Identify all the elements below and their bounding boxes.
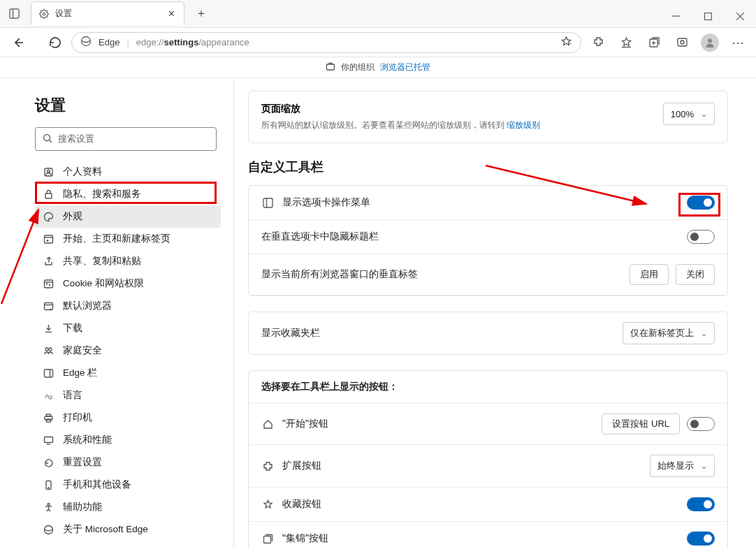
sidebar-item-14[interactable]: 手机和其他设备: [35, 474, 221, 496]
toggle-hide-titlebar[interactable]: [687, 230, 715, 244]
row-favorites-button: 收藏按钮: [282, 498, 321, 511]
address-bar[interactable]: Edge | edge://settings/appearance +: [71, 32, 581, 53]
extensions-dropdown[interactable]: 始终显示⌄: [650, 455, 715, 477]
svg-rect-17: [327, 64, 335, 70]
user-icon: [42, 167, 54, 177]
sidebar-item-7[interactable]: 下载: [35, 317, 221, 339]
svg-rect-31: [44, 302, 52, 309]
close-window-button[interactable]: [724, 5, 756, 27]
sidebar-item-10[interactable]: A字语言: [35, 384, 221, 407]
favorites-bar-dropdown[interactable]: 仅在新标签页上⌄: [623, 322, 715, 344]
svg-rect-49: [263, 198, 272, 207]
download-icon: [42, 323, 54, 334]
sidebar-item-8[interactable]: 家庭安全: [35, 339, 221, 362]
toggle-favorites-button[interactable]: [687, 497, 715, 511]
managed-notice: 你的组织浏览器已托管: [0, 57, 756, 78]
new-tab-button[interactable]: ＋: [191, 3, 211, 23]
phone-icon: [42, 480, 54, 490]
sidebar-item-9[interactable]: Edge 栏: [35, 362, 221, 384]
zoom-link[interactable]: 缩放级别: [507, 120, 540, 130]
browser-tab[interactable]: 设置 ✕: [31, 1, 184, 25]
set-url-button[interactable]: 设置按钮 URL: [602, 413, 680, 434]
toggle-tab-actions[interactable]: [687, 196, 715, 210]
tab-actions-icon[interactable]: [4, 3, 24, 23]
titlebar: 设置 ✕ ＋: [0, 0, 756, 28]
collections-icon[interactable]: [643, 31, 665, 54]
extensions-icon[interactable]: [587, 31, 609, 54]
chevron-down-icon: ⌄: [701, 329, 707, 338]
access-icon: [42, 502, 54, 513]
addr-app: Edge: [99, 37, 119, 47]
settings-main: 页面缩放 所有网站的默认缩放级别。若要查看某些网站的缩放级别，请转到 缩放级别 …: [234, 78, 756, 549]
zoom-dropdown[interactable]: 100%⌄: [663, 103, 715, 125]
sidebar-item-4[interactable]: 共享、复制和粘贴: [35, 250, 221, 272]
refresh-button[interactable]: [43, 31, 66, 54]
svg-rect-23: [44, 235, 52, 243]
svg-point-15: [681, 41, 684, 44]
sidebar-item-label: Cookie 和网站权限: [63, 277, 144, 290]
row-extensions-button: 扩展按钮: [282, 460, 321, 472]
sidebar-item-0[interactable]: 个人资料: [35, 161, 221, 183]
edge-icon: [42, 525, 54, 535]
back-button[interactable]: [7, 31, 29, 54]
more-menu-button[interactable]: ⋯: [727, 31, 749, 54]
svg-point-29: [49, 284, 50, 285]
sidebar-item-label: 家庭安全: [63, 344, 102, 357]
minimize-button[interactable]: [660, 5, 692, 27]
svg-text:+: +: [569, 41, 572, 46]
row-collections-button: "集锦"按钮: [282, 532, 328, 545]
svg-rect-0: [9, 8, 18, 17]
lang-icon: A字: [42, 390, 54, 401]
sidebar-item-11[interactable]: 打印机: [35, 407, 221, 429]
cookie-icon: [42, 279, 54, 289]
browser-essentials-icon[interactable]: [671, 31, 693, 54]
family-icon: [42, 346, 54, 356]
sidebar-item-16[interactable]: 关于 Microsoft Edge: [35, 518, 221, 541]
chevron-down-icon: ⌄: [701, 462, 707, 471]
maximize-button[interactable]: [692, 5, 724, 27]
favorites-icon[interactable]: [615, 31, 637, 54]
sidebar-item-1[interactable]: 隐私、搜索和服务: [35, 183, 221, 205]
sidebar-item-3[interactable]: 开始、主页和新建标签页: [35, 228, 221, 250]
sidebar-item-label: 隐私、搜索和服务: [63, 188, 141, 200]
tab-title: 设置: [55, 8, 72, 20]
svg-rect-43: [44, 437, 52, 442]
row-tab-actions-menu: 显示选项卡操作菜单: [282, 196, 370, 209]
svg-text:字: 字: [48, 395, 53, 400]
enable-button[interactable]: 启用: [630, 264, 669, 285]
row-show-favorites-bar: 显示收藏夹栏: [261, 327, 320, 339]
reset-icon: [42, 458, 54, 468]
row-toolbar-buttons-header: 选择要在工具栏上显示的按钮：: [249, 371, 727, 404]
sidebar-item-2[interactable]: 外观: [35, 205, 221, 228]
toolbar: Edge | edge://settings/appearance + ⋯: [0, 28, 756, 57]
settings-title: 设置: [35, 95, 221, 116]
close-icon[interactable]: ✕: [166, 8, 177, 20]
collections-small-icon: [261, 532, 274, 545]
svg-rect-22: [45, 193, 52, 198]
search-input[interactable]: 搜索设置: [35, 127, 217, 151]
sidebar-item-label: 打印机: [63, 411, 92, 424]
svg-line-19: [50, 140, 52, 142]
sidebar-item-6[interactable]: 默认浏览器: [35, 295, 221, 317]
briefcase-icon: [326, 61, 335, 73]
close-button[interactable]: 关闭: [676, 264, 715, 285]
tab-menu-icon: [261, 196, 274, 209]
sidebar-item-15[interactable]: 辅助功能: [35, 496, 221, 518]
toggle-home-button[interactable]: [687, 417, 715, 431]
sidebar-item-label: 外观: [63, 210, 82, 223]
zoom-title: 页面缩放: [261, 103, 663, 115]
zoom-desc: 所有网站的默认缩放级别。若要查看某些网站的缩放级别，请转到 缩放级别: [261, 119, 663, 131]
svg-point-46: [48, 487, 48, 488]
sidebar-item-5[interactable]: Cookie 和网站权限: [35, 272, 221, 295]
sidebar-item-12[interactable]: 系统和性能: [35, 429, 221, 451]
star-icon: [261, 498, 274, 511]
profile-avatar[interactable]: [699, 31, 721, 54]
system-icon: [42, 435, 54, 446]
sidebar-item-label: 辅助功能: [63, 501, 102, 513]
sidebar-item-13[interactable]: 重置设置: [35, 451, 221, 474]
favorite-star-icon[interactable]: +: [560, 36, 572, 50]
toggle-collections-button[interactable]: [687, 532, 715, 546]
sidebar-item-label: Edge 栏: [63, 367, 97, 379]
svg-point-47: [48, 503, 50, 505]
managed-link[interactable]: 浏览器已托管: [380, 61, 430, 73]
